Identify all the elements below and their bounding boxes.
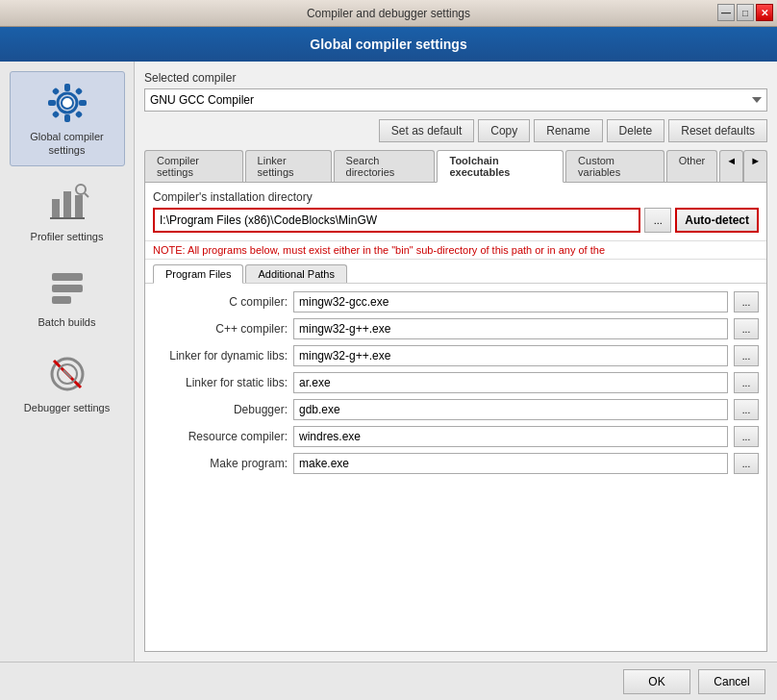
main-header: Global compiler settings [0,27,777,62]
sidebar-item-label: Debugger settings [24,401,110,414]
resource-compiler-label: Resource compiler: [153,430,288,443]
rename-button[interactable]: Rename [534,119,602,142]
toolbar-row: Set as default Copy Rename Delete Reset … [144,119,767,142]
install-dir-section: Compiler's installation directory ... Au… [145,183,766,241]
make-label: Make program: [153,457,288,470]
tab-compiler-settings[interactable]: Compiler settings [144,150,243,182]
sidebar-item-profiler[interactable]: Profiler settings [10,171,125,252]
compiler-dropdown[interactable]: GNU GCC Compiler [144,88,767,112]
program-row-resource-compiler: Resource compiler: ... [153,426,759,447]
svg-rect-5 [79,100,87,106]
tab-custom-variables[interactable]: Custom variables [565,150,664,182]
debugger-icon [44,351,90,397]
profiler-icon [44,180,90,226]
debugger-label: Debugger: [153,403,288,416]
cancel-button[interactable]: Cancel [698,669,765,694]
tab-other[interactable]: Other [666,150,718,182]
tab-left-arrow[interactable]: ◄ [719,150,743,182]
c-compiler-input[interactable] [293,291,728,312]
program-row-c-compiler: C compiler: ... [153,291,759,312]
sidebar: Global compiler settings Profiler settin… [0,62,135,662]
bottom-bar: OK Cancel [0,662,777,700]
ok-button[interactable]: OK [623,669,690,694]
svg-rect-18 [52,296,71,304]
program-row-linker-dynamic: Linker for dynamic libs: ... [153,345,759,366]
program-row-debugger: Debugger: ... [153,399,759,420]
sidebar-item-label: Global compiler settings [15,130,119,158]
selected-compiler-label: Selected compiler [144,71,767,85]
svg-point-1 [62,97,73,109]
program-row-make: Make program: ... [153,453,759,474]
make-browse[interactable]: ... [734,453,759,474]
close-button[interactable]: ✕ [756,4,773,21]
svg-rect-2 [64,84,70,91]
auto-detect-button[interactable]: Auto-detect [675,208,759,233]
svg-line-22 [63,370,71,378]
svg-point-14 [76,185,86,194]
cpp-compiler-input[interactable] [293,318,728,339]
batch-icon [44,265,90,312]
install-dir-input[interactable] [153,208,640,233]
main-panel: Selected compiler GNU GCC Compiler Set a… [135,62,777,662]
sidebar-item-global-compiler[interactable]: Global compiler settings [10,71,125,166]
debugger-input[interactable] [293,399,728,420]
window-controls: — □ ✕ [717,4,773,21]
main-tabs: Compiler settings Linker settings Search… [144,150,767,183]
content-area: Global compiler settings Profiler settin… [0,62,777,662]
sidebar-item-debugger[interactable]: Debugger settings [10,342,125,423]
linker-dynamic-label: Linker for dynamic libs: [153,349,288,362]
c-compiler-label: C compiler: [153,295,288,309]
copy-button[interactable]: Copy [478,119,530,142]
svg-rect-8 [51,111,59,118]
svg-rect-3 [64,114,70,122]
install-browse-button[interactable]: ... [644,208,671,233]
subtabs-row: Program Files Additional Paths [145,260,766,284]
install-dir-label: Compiler's installation directory [153,190,759,204]
minimize-button[interactable]: — [717,4,735,21]
reset-defaults-button[interactable]: Reset defaults [668,119,767,142]
subtab-program-files[interactable]: Program Files [153,264,243,284]
debugger-browse[interactable]: ... [734,399,759,420]
program-row-linker-static: Linker for static libs: ... [153,372,759,393]
svg-rect-11 [63,191,71,218]
svg-rect-16 [52,273,83,281]
linker-dynamic-browse[interactable]: ... [734,345,759,366]
title-bar: Compiler and debugger settings — □ ✕ [0,0,777,27]
install-note: NOTE: All programs below, must exist eit… [145,241,766,260]
linker-static-browse[interactable]: ... [734,372,759,393]
tab-linker-settings[interactable]: Linker settings [245,150,332,182]
cpp-compiler-label: C++ compiler: [153,322,288,336]
c-compiler-browse[interactable]: ... [734,291,759,312]
svg-rect-6 [51,88,59,95]
gear-blue-icon [44,80,90,126]
svg-rect-10 [52,199,60,218]
tab-right-arrow[interactable]: ► [743,150,767,182]
sidebar-item-label: Profiler settings [31,230,104,243]
make-input[interactable] [293,453,728,474]
header-title: Global compiler settings [310,37,466,52]
linker-dynamic-input[interactable] [293,345,728,366]
linker-static-label: Linker for static libs: [153,376,288,389]
svg-rect-9 [74,111,82,118]
tab-search-directories[interactable]: Search directories [334,150,436,182]
compiler-row: GNU GCC Compiler [144,88,767,112]
svg-rect-12 [75,195,83,218]
programs-content: C compiler: ... C++ compiler: ... Linker… [145,284,766,651]
tab-content: Compiler's installation directory ... Au… [144,183,767,652]
resource-compiler-browse[interactable]: ... [734,426,759,447]
sidebar-item-batch[interactable]: Batch builds [10,257,125,338]
resource-compiler-input[interactable] [293,426,728,447]
tab-toolchain-executables[interactable]: Toolchain executables [437,150,564,183]
svg-rect-4 [48,100,56,106]
program-row-cpp-compiler: C++ compiler: ... [153,318,759,339]
svg-rect-7 [74,88,82,95]
subtab-additional-paths[interactable]: Additional Paths [245,264,347,283]
cpp-compiler-browse[interactable]: ... [734,318,759,339]
maximize-button[interactable]: □ [737,4,754,21]
linker-static-input[interactable] [293,372,728,393]
sidebar-item-label: Batch builds [38,315,96,329]
window-title: Compiler and debugger settings [307,7,470,20]
svg-line-15 [85,193,88,197]
delete-button[interactable]: Delete [607,119,665,142]
set-default-button[interactable]: Set as default [379,119,474,142]
